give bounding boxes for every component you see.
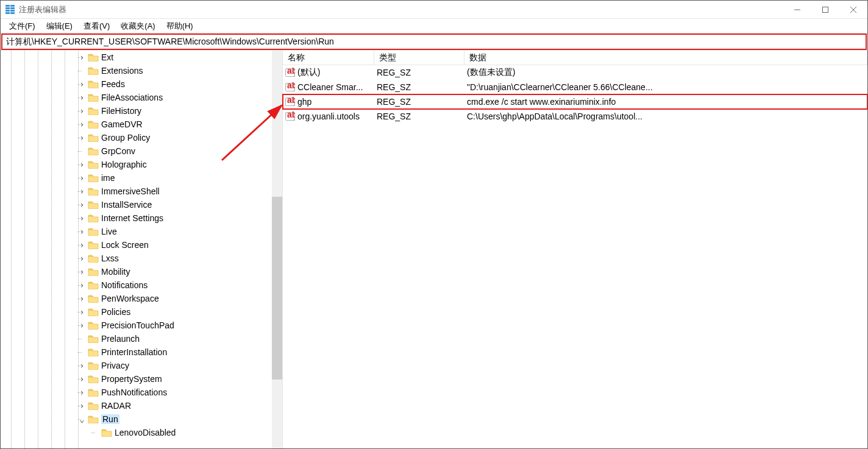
tree-view[interactable]: ›ExtExtensions›Feeds›FileAssociations›Fi… — [1, 51, 282, 448]
folder-icon — [88, 93, 99, 102]
folder-icon — [88, 147, 99, 155]
address-path: 计算机\HKEY_CURRENT_USER\SOFTWARE\Microsoft… — [6, 37, 334, 48]
menu-edit[interactable]: 编辑(E) — [41, 19, 77, 33]
tree-item-internet-settings[interactable]: ›Internet Settings — [1, 211, 282, 225]
tree-scrollbar-thumb[interactable] — [272, 197, 282, 380]
value-name: org.yuanli.utools — [297, 111, 374, 121]
tree-item-pushnotifications[interactable]: ›PushNotifications — [1, 386, 282, 399]
folder-icon — [88, 321, 99, 330]
tree-item-label: Policies — [101, 307, 130, 317]
folder-icon — [88, 254, 99, 263]
folder-icon — [88, 388, 99, 397]
tree-item-printerinstallation[interactable]: PrinterInstallation — [1, 345, 282, 359]
tree-item-group-policy[interactable]: ›Group Policy — [1, 131, 282, 144]
maximize-button[interactable] — [811, 1, 839, 19]
list-row[interactable]: (默认)REG_SZ(数值未设置) — [283, 65, 867, 80]
minimize-button[interactable] — [783, 1, 811, 19]
titlebar: 注册表编辑器 — [1, 1, 867, 19]
tree-item-holographic[interactable]: ›Holographic — [1, 158, 282, 171]
tree-item-ext[interactable]: ›Ext — [1, 51, 282, 64]
tree-item-feeds[interactable]: ›Feeds — [1, 77, 282, 91]
folder-icon — [88, 187, 99, 196]
tree-item-extensions[interactable]: Extensions — [1, 64, 282, 77]
close-button[interactable] — [839, 1, 867, 19]
list-body[interactable]: (默认)REG_SZ(数值未设置)CCleaner Smar...REG_SZ"… — [283, 65, 867, 124]
folder-icon — [88, 53, 99, 62]
list-row[interactable]: org.yuanli.utoolsREG_SZC:\Users\ghp\AppD… — [283, 109, 867, 124]
tree-item-label: ime — [101, 173, 115, 183]
tree-item-label: InstallService — [101, 200, 152, 210]
menu-help[interactable]: 帮助(H) — [162, 19, 198, 33]
folder-icon — [88, 375, 99, 383]
tree-item-live[interactable]: ›Live — [1, 225, 282, 238]
tree-item-label: Privacy — [101, 361, 129, 370]
value-type: REG_SZ — [374, 82, 464, 92]
tree-item-notifications[interactable]: ›Notifications — [1, 278, 282, 292]
tree-item-gamedvr[interactable]: ›GameDVR — [1, 118, 282, 131]
menu-file[interactable]: 文件(F) — [4, 19, 40, 33]
folder-icon — [88, 348, 99, 356]
value-data: (数值未设置) — [464, 67, 867, 78]
value-list-panel: 名称 类型 数据 (默认)REG_SZ(数值未设置)CCleaner Smar.… — [283, 51, 867, 448]
menu-favorites[interactable]: 收藏夹(A) — [116, 19, 160, 33]
tree-item-immersiveshell[interactable]: ›ImmersiveShell — [1, 185, 282, 198]
tree-item-label: FileHistory — [101, 106, 141, 116]
tree-item-label: Holographic — [101, 160, 147, 169]
tree-item-prelaunch[interactable]: Prelaunch — [1, 332, 282, 345]
menu-view[interactable]: 查看(V) — [79, 19, 115, 33]
tree-item-label: Lock Screen — [101, 240, 149, 250]
tree-item-propertysystem[interactable]: ›PropertySystem — [1, 372, 282, 386]
folder-icon — [88, 415, 99, 423]
tree-item-label: PrecisionTouchPad — [101, 320, 174, 330]
tree-item-label: Lxss — [101, 253, 119, 263]
folder-icon — [101, 428, 112, 437]
tree-item-installservice[interactable]: ›InstallService — [1, 198, 282, 211]
folder-icon — [88, 160, 99, 169]
value-type: REG_SZ — [374, 111, 464, 121]
tree-item-label: Run — [101, 414, 119, 424]
string-value-icon — [285, 68, 295, 77]
tree-item-penworkspace[interactable]: ›PenWorkspace — [1, 292, 282, 305]
tree-item-mobility[interactable]: ›Mobility — [1, 265, 282, 278]
tree-item-label: Prelaunch — [101, 334, 140, 344]
tree-item-policies[interactable]: ›Policies — [1, 305, 282, 319]
tree-item-privacy[interactable]: ›Privacy — [1, 359, 282, 372]
string-value-icon — [285, 97, 295, 107]
list-row[interactable]: ghpREG_SZcmd.exe /c start www.exinariumi… — [283, 94, 867, 109]
tree-item-run[interactable]: ⌄Run — [1, 412, 282, 426]
col-data[interactable]: 数据 — [464, 51, 867, 65]
folder-icon — [88, 294, 99, 303]
app-icon — [5, 5, 15, 15]
tree-item-lxss[interactable]: ›Lxss — [1, 252, 282, 265]
tree-item-label: Ext — [101, 52, 113, 62]
tree-item-lenovodisabled[interactable]: LenovoDisabled — [1, 426, 282, 439]
tree-item-label: Group Policy — [101, 133, 150, 143]
value-name: (默认) — [297, 67, 374, 78]
list-row[interactable]: CCleaner Smar...REG_SZ"D:\ruanjian\CClea… — [283, 80, 867, 94]
folder-icon — [88, 133, 99, 142]
folder-icon — [88, 334, 99, 343]
tree-item-label: PushNotifications — [101, 387, 167, 397]
svg-rect-12 — [823, 7, 828, 12]
address-bar[interactable]: 计算机\HKEY_CURRENT_USER\SOFTWARE\Microsoft… — [1, 34, 867, 50]
tree-item-label: FileAssociations — [101, 93, 163, 102]
tree-item-radar[interactable]: ›RADAR — [1, 399, 282, 412]
tree-item-fileassociations[interactable]: ›FileAssociations — [1, 91, 282, 104]
string-value-icon — [285, 82, 295, 92]
col-name[interactable]: 名称 — [283, 51, 374, 65]
folder-icon — [88, 361, 99, 370]
tree-item-label: ImmersiveShell — [101, 186, 160, 196]
tree-item-grpconv[interactable]: GrpConv — [1, 144, 282, 158]
folder-icon — [88, 281, 99, 289]
list-header: 名称 类型 数据 — [283, 51, 867, 65]
tree-item-label: PenWorkspace — [101, 294, 159, 303]
tree-item-label: LenovoDisabled — [115, 428, 176, 437]
col-type[interactable]: 类型 — [374, 51, 464, 65]
folder-icon — [88, 120, 99, 129]
tree-item-ime[interactable]: ›ime — [1, 171, 282, 185]
tree-item-lock-screen[interactable]: ›Lock Screen — [1, 238, 282, 252]
tree-item-precisiontouchpad[interactable]: ›PrecisionTouchPad — [1, 319, 282, 332]
value-type: REG_SZ — [374, 97, 464, 107]
tree-item-label: GameDVR — [101, 119, 143, 129]
tree-item-filehistory[interactable]: ›FileHistory — [1, 104, 282, 118]
